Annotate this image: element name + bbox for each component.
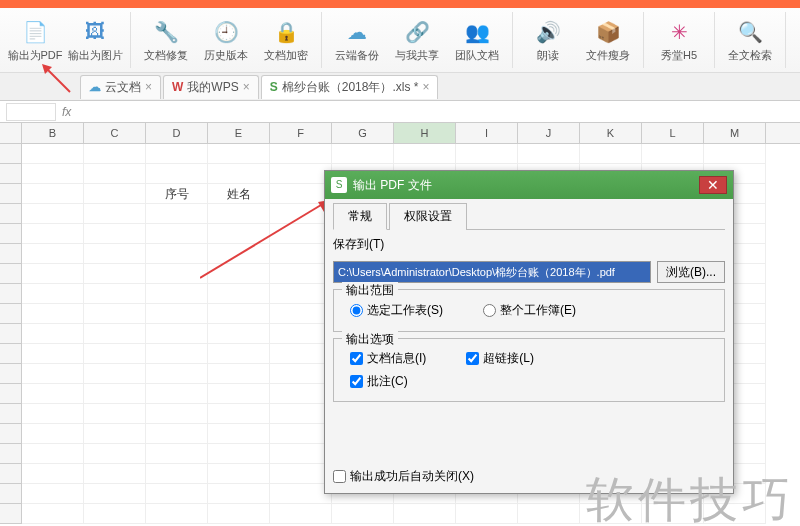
cell-C19[interactable] — [84, 504, 146, 524]
doc-tab[interactable]: S棉纱台账（2018年）.xls *× — [261, 75, 439, 99]
cell-F16[interactable] — [270, 444, 332, 464]
row-header[interactable] — [0, 264, 22, 284]
cell-B13[interactable] — [22, 384, 84, 404]
cell-D19[interactable] — [146, 504, 208, 524]
cell-B8[interactable] — [22, 284, 84, 304]
check-hyperlink[interactable]: 超链接(L) — [466, 350, 534, 367]
row-header[interactable] — [0, 224, 22, 244]
cell-F10[interactable] — [270, 324, 332, 344]
cell-E3[interactable]: 姓名 — [208, 184, 270, 204]
cell-F15[interactable] — [270, 424, 332, 444]
cell-C1[interactable] — [84, 144, 146, 164]
toolbar-历史版本[interactable]: 🕘历史版本 — [197, 12, 255, 68]
cell-K1[interactable] — [580, 144, 642, 164]
cell-E4[interactable] — [208, 204, 270, 224]
cell-B7[interactable] — [22, 264, 84, 284]
cell-D4[interactable] — [146, 204, 208, 224]
row-header[interactable] — [0, 404, 22, 424]
row-header[interactable] — [0, 464, 22, 484]
cell-D11[interactable] — [146, 344, 208, 364]
row-header[interactable] — [0, 184, 22, 204]
row-header[interactable] — [0, 324, 22, 344]
cell-C8[interactable] — [84, 284, 146, 304]
cell-H19[interactable] — [394, 504, 456, 524]
cell-E6[interactable] — [208, 244, 270, 264]
cell-B18[interactable] — [22, 484, 84, 504]
cell-B4[interactable] — [22, 204, 84, 224]
col-header-D[interactable]: D — [146, 123, 208, 143]
cell-F17[interactable] — [270, 464, 332, 484]
cell-C9[interactable] — [84, 304, 146, 324]
col-header-L[interactable]: L — [642, 123, 704, 143]
cell-C5[interactable] — [84, 224, 146, 244]
cell-F9[interactable] — [270, 304, 332, 324]
cell-D7[interactable] — [146, 264, 208, 284]
cell-F11[interactable] — [270, 344, 332, 364]
cell-F8[interactable] — [270, 284, 332, 304]
toolbar-文档修复[interactable]: 🔧文档修复 — [137, 12, 195, 68]
cell-D9[interactable] — [146, 304, 208, 324]
cell-E18[interactable] — [208, 484, 270, 504]
cell-D5[interactable] — [146, 224, 208, 244]
cell-L19[interactable] — [642, 504, 704, 524]
save-path-input[interactable] — [333, 261, 651, 283]
cell-J19[interactable] — [518, 504, 580, 524]
select-all-corner[interactable] — [0, 123, 22, 143]
cell-E11[interactable] — [208, 344, 270, 364]
row-header[interactable] — [0, 364, 22, 384]
dialog-titlebar[interactable]: S 输出 PDF 文件 ✕ — [325, 171, 733, 199]
cell-D13[interactable] — [146, 384, 208, 404]
check-doc-info[interactable]: 文档信息(I) — [350, 350, 426, 367]
radio-selected-sheet[interactable]: 选定工作表(S) — [350, 302, 443, 319]
cell-D14[interactable] — [146, 404, 208, 424]
col-header-G[interactable]: G — [332, 123, 394, 143]
cell-F2[interactable] — [270, 164, 332, 184]
cell-M19[interactable] — [704, 504, 766, 524]
cell-D15[interactable] — [146, 424, 208, 444]
cell-D17[interactable] — [146, 464, 208, 484]
cell-C13[interactable] — [84, 384, 146, 404]
cell-E7[interactable] — [208, 264, 270, 284]
close-button[interactable]: ✕ — [699, 176, 727, 194]
cell-D18[interactable] — [146, 484, 208, 504]
cell-F1[interactable] — [270, 144, 332, 164]
tab-permissions[interactable]: 权限设置 — [389, 203, 467, 230]
toolbar-团队文档[interactable]: 👥团队文档 — [448, 12, 506, 68]
row-header[interactable] — [0, 424, 22, 444]
cell-D6[interactable] — [146, 244, 208, 264]
cell-C4[interactable] — [84, 204, 146, 224]
cell-F19[interactable] — [270, 504, 332, 524]
radio-whole-workbook[interactable]: 整个工作簿(E) — [483, 302, 576, 319]
toolbar-文档加密[interactable]: 🔒文档加密 — [257, 12, 315, 68]
cell-C10[interactable] — [84, 324, 146, 344]
close-icon[interactable]: × — [145, 80, 152, 94]
toolbar-文件瘦身[interactable]: 📦文件瘦身 — [579, 12, 637, 68]
cell-D8[interactable] — [146, 284, 208, 304]
col-header-E[interactable]: E — [208, 123, 270, 143]
cell-E9[interactable] — [208, 304, 270, 324]
cell-D2[interactable] — [146, 164, 208, 184]
cell-C18[interactable] — [84, 484, 146, 504]
cell-F18[interactable] — [270, 484, 332, 504]
cell-B16[interactable] — [22, 444, 84, 464]
cell-D3[interactable]: 序号 — [146, 184, 208, 204]
cell-F3[interactable] — [270, 184, 332, 204]
row-header[interactable] — [0, 284, 22, 304]
toolbar-输出为图片[interactable]: 🖼输出为图片 — [66, 12, 124, 68]
col-header-B[interactable]: B — [22, 123, 84, 143]
toolbar-云端备份[interactable]: ☁云端备份 — [328, 12, 386, 68]
toolbar-输出为PDF[interactable]: 📄输出为PDF — [6, 12, 64, 68]
row-header[interactable] — [0, 244, 22, 264]
cell-B12[interactable] — [22, 364, 84, 384]
cell-F7[interactable] — [270, 264, 332, 284]
doc-tab[interactable]: W我的WPS× — [163, 75, 259, 99]
cell-E10[interactable] — [208, 324, 270, 344]
cell-B14[interactable] — [22, 404, 84, 424]
cell-D16[interactable] — [146, 444, 208, 464]
row-header[interactable] — [0, 164, 22, 184]
col-header-F[interactable]: F — [270, 123, 332, 143]
cell-E17[interactable] — [208, 464, 270, 484]
close-icon[interactable]: × — [243, 80, 250, 94]
cell-D1[interactable] — [146, 144, 208, 164]
cell-J1[interactable] — [518, 144, 580, 164]
